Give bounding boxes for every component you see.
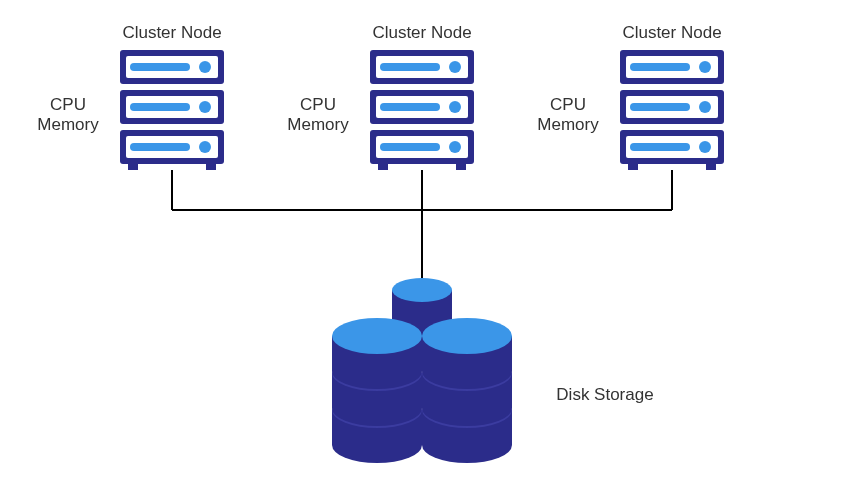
svg-rect-44 [630,143,690,151]
svg-rect-22 [380,63,440,71]
svg-point-68 [422,318,512,354]
svg-rect-30 [380,143,440,151]
cpu-label: CPU [550,95,586,114]
svg-rect-40 [630,103,690,111]
cpu-label: CPU [300,95,336,114]
server-icon [120,50,224,170]
node-title: Cluster Node [622,23,721,42]
svg-point-50 [392,278,452,302]
server-icon [370,50,474,170]
svg-rect-26 [380,103,440,111]
disk-storage-icon [332,278,512,463]
svg-rect-16 [130,143,190,151]
svg-point-9 [199,61,211,73]
svg-point-41 [699,101,711,113]
cpu-label: CPU [50,95,86,114]
svg-rect-33 [456,164,466,170]
svg-rect-46 [628,164,638,170]
svg-point-37 [699,61,711,73]
svg-rect-36 [630,63,690,71]
cluster-architecture-diagram: Cluster Node [0,0,865,500]
svg-point-31 [449,141,461,153]
svg-rect-47 [706,164,716,170]
svg-point-27 [449,101,461,113]
memory-label: Memory [287,115,349,134]
svg-rect-8 [130,63,190,71]
server-icon [620,50,724,170]
memory-label: Memory [37,115,99,134]
svg-point-13 [199,101,211,113]
svg-rect-32 [378,164,388,170]
svg-point-23 [449,61,461,73]
cluster-node: Cluster Node [37,23,224,170]
memory-label: Memory [537,115,599,134]
svg-rect-19 [206,164,216,170]
node-title: Cluster Node [122,23,221,42]
svg-point-45 [699,141,711,153]
svg-rect-18 [128,164,138,170]
node-title: Cluster Node [372,23,471,42]
svg-point-17 [199,141,211,153]
disk-storage-label: Disk Storage [556,385,653,404]
svg-point-59 [332,318,422,354]
cluster-node: Cluster Node CPU M [537,23,724,170]
svg-rect-12 [130,103,190,111]
cluster-node: Cluster Node CPU M [287,23,474,170]
